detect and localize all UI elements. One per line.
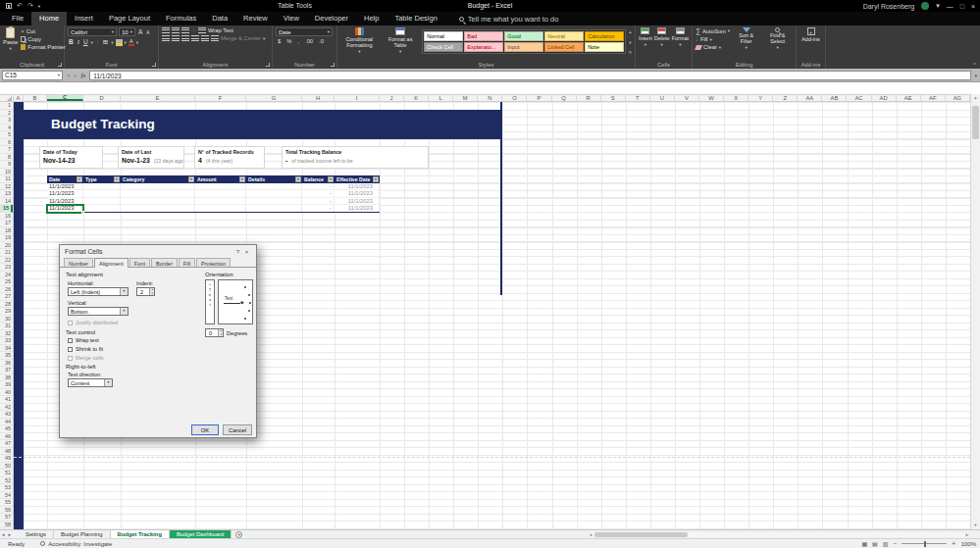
filter-dropdown-icon[interactable]: ▾ <box>295 176 301 182</box>
column-header-b[interactable]: B <box>24 95 47 101</box>
dialog-close-button[interactable]: × <box>242 249 251 255</box>
row-header-13[interactable]: 13 <box>0 190 13 198</box>
column-header-h[interactable]: H <box>302 95 335 101</box>
row-header-10[interactable]: 10 <box>0 169 13 176</box>
find-select-button[interactable]: Find & Select▾ <box>762 27 793 50</box>
column-header-ae[interactable]: AE <box>897 95 921 101</box>
row-header-32[interactable]: 32 <box>0 330 13 338</box>
cancel-button[interactable]: Cancel <box>223 424 252 435</box>
row-header-16[interactable]: 16 <box>0 213 13 221</box>
vertical-scroll-thumb[interactable] <box>972 106 979 139</box>
delete-cells-button[interactable]: Delete▾ <box>654 27 670 47</box>
vertical-scrollbar[interactable]: ▴ ▾ <box>970 94 980 529</box>
format-painter-button[interactable]: Format Painter <box>21 44 65 50</box>
user-avatar[interactable] <box>921 2 929 10</box>
row-header-49[interactable]: 49 <box>0 455 13 463</box>
ribbon-tab-help[interactable]: Help <box>356 12 387 25</box>
column-header-c[interactable]: C <box>47 95 83 101</box>
row-header-45[interactable]: 45 <box>0 425 13 433</box>
row-header-23[interactable]: 23 <box>0 264 13 272</box>
column-header-a[interactable]: A <box>14 95 24 101</box>
row-header-54[interactable]: 54 <box>0 492 13 500</box>
degrees-spinner[interactable]: 0▴▾ <box>205 328 224 337</box>
gallery-more-icon[interactable]: ≡ <box>629 50 632 55</box>
dialog-tab-number[interactable]: Number <box>64 258 93 267</box>
align-top-icon[interactable] <box>162 27 170 33</box>
row-header-39[interactable]: 39 <box>0 381 13 389</box>
column-header-m[interactable]: M <box>453 95 478 101</box>
column-header-ad[interactable]: AD <box>872 95 897 101</box>
align-bottom-icon[interactable] <box>181 27 189 33</box>
cell-style-linked-cell[interactable]: Linked Cell <box>544 42 584 52</box>
align-right-icon[interactable] <box>181 35 189 41</box>
cell-details[interactable] <box>246 198 302 205</box>
filter-dropdown-icon[interactable]: ▾ <box>188 176 194 182</box>
column-header-l[interactable]: L <box>429 95 453 101</box>
italic-button[interactable]: I <box>77 38 80 46</box>
ribbon-tab-page-layout[interactable]: Page Layout <box>101 12 158 25</box>
number-dialog-launcher-icon[interactable] <box>331 63 335 67</box>
close-button[interactable]: × <box>971 3 975 10</box>
table-header-amount[interactable]: Amount▾ <box>195 175 246 183</box>
horizontal-alignment-select[interactable]: Left (Indent)▾ <box>68 287 129 296</box>
format-as-table-button[interactable]: Format as Table ▾ <box>382 27 420 54</box>
row-header-34[interactable]: 34 <box>0 345 13 353</box>
dialog-tab-protection[interactable]: Protection <box>196 258 231 267</box>
row-header-19[interactable]: 19 <box>0 234 13 242</box>
undo-icon[interactable]: ↶ <box>17 0 23 12</box>
borders-dropdown-icon[interactable]: ▾ <box>111 40 113 45</box>
cell-type[interactable] <box>83 190 121 197</box>
dialog-tab-alignment[interactable]: Alignment <box>94 258 129 268</box>
dialog-tab-fill[interactable]: Fill <box>179 258 195 267</box>
cell-amount[interactable] <box>195 198 246 205</box>
enter-entry-icon[interactable]: ✓ <box>74 72 78 78</box>
ribbon-tab-table-design[interactable]: Table Design <box>387 12 444 25</box>
row-header-31[interactable]: 31 <box>0 323 13 330</box>
scroll-right-icon[interactable]: ▸ <box>965 532 969 537</box>
filter-dropdown-icon[interactable]: ▾ <box>373 176 379 182</box>
row-header-11[interactable]: 11 <box>0 175 13 183</box>
cell-balance[interactable]: - <box>302 183 335 190</box>
table-header-category[interactable]: Category▾ <box>121 175 195 183</box>
row-header-15[interactable]: 15 <box>0 205 13 213</box>
cell-amount[interactable] <box>195 205 246 212</box>
row-header-1[interactable]: 1 <box>0 102 13 110</box>
table-header-balance[interactable]: Balance▾ <box>302 175 335 183</box>
row-header-58[interactable]: 58 <box>0 522 13 529</box>
column-header-aa[interactable]: AA <box>798 95 822 101</box>
fill-color-dropdown-icon[interactable]: ▾ <box>125 40 127 45</box>
row-header-46[interactable]: 46 <box>0 433 13 441</box>
align-middle-icon[interactable] <box>172 27 180 33</box>
cell-style-normal[interactable]: Normal <box>424 31 463 41</box>
gallery-down-icon[interactable]: ▾ <box>629 40 632 45</box>
ribbon-tab-developer[interactable]: Developer <box>307 12 356 25</box>
ribbon-tab-data[interactable]: Data <box>204 12 235 25</box>
column-header-z[interactable]: Z <box>773 95 798 101</box>
row-header-30[interactable]: 30 <box>0 316 13 324</box>
decrease-font-size-icon[interactable]: A <box>145 28 150 36</box>
cell-category[interactable] <box>121 190 195 197</box>
row-header-24[interactable]: 24 <box>0 272 13 279</box>
cut-button[interactable]: ×Cut <box>21 28 65 34</box>
horizontal-scroll-track[interactable] <box>593 532 964 537</box>
row-header-37[interactable]: 37 <box>0 367 13 374</box>
wrap-text-button[interactable]: Wrap Text <box>198 27 233 33</box>
row-header-48[interactable]: 48 <box>0 448 13 456</box>
dialog-tab-font[interactable]: Font <box>129 258 150 267</box>
gallery-up-icon[interactable]: ▴ <box>629 29 632 34</box>
row-header-21[interactable]: 21 <box>0 249 13 257</box>
align-center-icon[interactable] <box>172 35 180 41</box>
fill-color-icon[interactable] <box>116 39 123 46</box>
font-color-dropdown-icon[interactable]: ▾ <box>136 40 138 45</box>
filter-dropdown-icon[interactable]: ▾ <box>328 176 334 182</box>
conditional-formatting-button[interactable]: Conditional Formatting ▾ <box>340 27 379 54</box>
align-left-icon[interactable] <box>162 35 170 41</box>
zoom-in-icon[interactable]: + <box>952 540 955 547</box>
percent-style[interactable]: % <box>284 38 293 44</box>
row-header-36[interactable]: 36 <box>0 360 13 368</box>
autosum-button[interactable]: ∑AutoSum▾ <box>696 27 730 34</box>
column-header-k[interactable]: K <box>404 95 429 101</box>
ribbon-tab-insert[interactable]: Insert <box>67 12 101 25</box>
row-header-4[interactable]: 4 <box>0 125 13 132</box>
alignment-dialog-launcher-icon[interactable] <box>266 63 270 67</box>
